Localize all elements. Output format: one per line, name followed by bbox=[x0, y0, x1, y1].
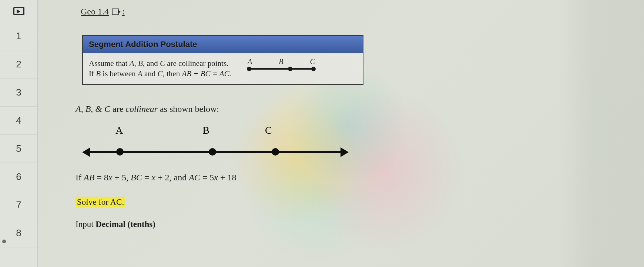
postulate-header: Segment Addition Postulate bbox=[83, 36, 363, 53]
mini-label-a: A bbox=[248, 57, 252, 66]
row-number[interactable]: 8 bbox=[0, 219, 37, 247]
diagram-point-c bbox=[272, 148, 279, 156]
rail-header-cell bbox=[0, 0, 37, 22]
row-number[interactable]: 5 bbox=[0, 135, 37, 163]
content-area: Geo 1.4 : Segment Addition Postulate Ass… bbox=[38, 0, 644, 267]
row-number[interactable]: 1 bbox=[0, 22, 37, 50]
row-number[interactable]: 3 bbox=[0, 79, 37, 107]
postulate-text: Assume that A, B, and C are collinear po… bbox=[89, 58, 231, 79]
input-format-hint: Input Decimal (tenths) bbox=[76, 220, 644, 229]
mini-label-b: B bbox=[279, 57, 283, 66]
diagram-label-b: B bbox=[202, 124, 209, 136]
row-number[interactable]: 6 bbox=[0, 163, 37, 191]
row-number[interactable]: 4 bbox=[0, 107, 37, 135]
mini-point-b bbox=[288, 67, 292, 71]
problem-given-equations: If AB = 8x + 5, BC = x + 2, and AC = 5x … bbox=[76, 173, 644, 183]
mini-point-a bbox=[247, 67, 251, 71]
row-marker-icon bbox=[2, 240, 6, 243]
mini-segment-line bbox=[248, 68, 314, 70]
diagram-label-c: C bbox=[265, 124, 272, 136]
diagram-point-a bbox=[116, 148, 124, 156]
row-number[interactable]: 2 bbox=[0, 50, 37, 79]
number-line-diagram: A B C bbox=[82, 124, 349, 158]
document-title-text: Geo 1.4 bbox=[81, 7, 109, 17]
mini-label-c: C bbox=[310, 57, 315, 66]
diagram-point-b bbox=[209, 148, 216, 156]
arrow-right-icon bbox=[341, 147, 349, 157]
external-link-icon bbox=[112, 9, 119, 15]
diagram-label-a: A bbox=[115, 124, 123, 136]
title-colon: : bbox=[122, 7, 125, 17]
row-number[interactable]: 7 bbox=[0, 191, 37, 219]
column-divider bbox=[49, 0, 49, 267]
row-number-rail: 1 2 3 4 5 6 7 8 bbox=[0, 0, 38, 267]
mini-point-c bbox=[311, 67, 316, 71]
postulate-definition-box: Segment Addition Postulate Assume that A… bbox=[82, 35, 363, 85]
postulate-mini-diagram: A B C bbox=[246, 57, 316, 80]
document-title-link[interactable]: Geo 1.4 : bbox=[81, 7, 644, 17]
video-play-icon[interactable] bbox=[13, 7, 24, 15]
postulate-body: Assume that A, B, and C are collinear po… bbox=[83, 53, 363, 84]
problem-intro: A, B, & C are collinear as shown below: bbox=[76, 104, 644, 114]
problem-prompt: Solve for AC. bbox=[76, 197, 644, 207]
highlighted-prompt: Solve for AC. bbox=[76, 197, 125, 207]
arrow-left-icon bbox=[82, 147, 90, 157]
